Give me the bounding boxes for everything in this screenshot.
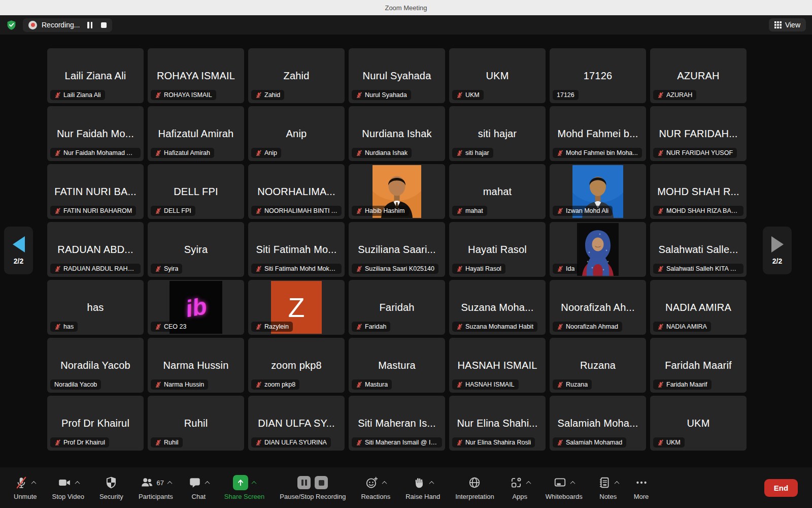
toolbar-pause-stop-recording[interactable]: Pause/Stop Recording	[274, 467, 351, 508]
participant-label-chip: zoom pkp8	[251, 379, 299, 390]
chevron-up-icon[interactable]	[526, 481, 531, 486]
participant-tile[interactable]: Habib Hashim	[349, 164, 445, 219]
participant-tile[interactable]: Noorafizah Ah... Noorafizah Ahmad	[550, 280, 646, 335]
participant-tile[interactable]: NUR FARIDAH... NUR FARIDAH YUSOF	[650, 106, 747, 161]
mic-muted-icon	[255, 323, 262, 330]
participant-tile[interactable]: Ruhil Ruhil	[148, 396, 244, 451]
participant-tile[interactable]: Hayati Rasol Hayati Rasol	[449, 222, 546, 277]
participant-name: Nur Faidah Mo...	[57, 128, 134, 140]
toolbar-whiteboards[interactable]: Whiteboards	[540, 467, 588, 508]
participant-tile[interactable]: Mastura Mastura	[349, 338, 445, 393]
chevron-up-icon[interactable]	[614, 481, 619, 486]
next-page-button[interactable]: 2/2	[763, 227, 792, 274]
participant-label-chip: CEO 23	[151, 322, 190, 332]
toolbar-more[interactable]: More	[628, 467, 655, 508]
participant-tile[interactable]: siti hajar siti hajar	[449, 106, 546, 161]
participant-tile[interactable]: ib CEO 23	[148, 280, 244, 335]
participant-tile[interactable]: Salahwati Salle... Salahwati Salleh KITA…	[650, 222, 747, 277]
participant-label-chip: Narma Hussin	[151, 379, 208, 390]
stop-recording-button[interactable]	[101, 22, 107, 28]
pause-recording-button[interactable]	[87, 22, 92, 28]
view-button-label: View	[785, 21, 800, 29]
participant-tile[interactable]: zoom pkp8 zoom pkp8	[248, 338, 345, 393]
chevron-up-icon[interactable]	[382, 481, 387, 486]
participant-tile[interactable]: Nur Faidah Mo... Nur Faidah Mohamad Arif…	[47, 106, 144, 161]
toolbar-chat[interactable]: Chat	[183, 467, 215, 508]
participant-tile[interactable]: Nurdiana Ishak Nurdiana Ishak	[349, 106, 445, 161]
toolbar-stop-video[interactable]: Stop Video	[47, 467, 90, 508]
participant-tile[interactable]: Prof Dr Khairul Prof Dr Khairul	[47, 396, 144, 451]
participant-tile[interactable]: AZURAH AZURAH	[650, 48, 747, 103]
participant-tile[interactable]: ROHAYA ISMAIL ROHAYA ISMAIL	[148, 48, 244, 103]
participant-tile[interactable]: Hafizatul Amirah Hafizatul Amirah	[148, 106, 244, 161]
participant-tile[interactable]: Narma Hussin Narma Hussin	[148, 338, 244, 393]
pause-recording-icon[interactable]	[297, 476, 311, 489]
participant-name: has	[87, 302, 104, 313]
participant-tile[interactable]: Z Razylein	[248, 280, 345, 335]
participant-tile[interactable]: Suziliana Saari... Suziliana Saari K0251…	[349, 222, 445, 277]
chevron-up-icon[interactable]	[429, 481, 434, 486]
participant-tile[interactable]: NADIA AMIRA NADIA AMIRA	[650, 280, 747, 335]
toolbar-security[interactable]: Security	[94, 467, 129, 508]
participant-tile[interactable]: Siti Fatimah Mo... Siti Fatimah Mohd Mok…	[248, 222, 345, 277]
participant-tile[interactable]: Salamiah Moha... Salamiah Mohamad	[550, 396, 646, 451]
toolbar-notes[interactable]: Notes	[592, 467, 624, 508]
participant-tile[interactable]: Faridah Maarif Faridah Maarif	[650, 338, 747, 393]
participant-tile[interactable]: Zahid Zahid	[248, 48, 345, 103]
participant-tile[interactable]: DELL FPI DELL FPI	[148, 164, 244, 219]
stop-recording-icon[interactable]	[315, 476, 328, 489]
chevron-up-icon[interactable]	[75, 481, 80, 486]
participant-tile[interactable]: Izwan Mohd Ali	[550, 164, 646, 219]
chevron-up-icon[interactable]	[167, 481, 173, 486]
participant-label-chip: UKM	[653, 437, 685, 448]
participants-count-badge: 67	[157, 479, 164, 487]
participant-tile[interactable]: UKM UKM	[650, 396, 747, 451]
participant-tile[interactable]: DIAN ULFA SY... DIAN ULFA SYURINA	[248, 396, 345, 451]
toolbar-unmute[interactable]: Unmute	[8, 467, 43, 508]
participant-label: mahat	[465, 207, 483, 214]
participant-tile[interactable]: Ida	[550, 222, 646, 277]
participant-tile[interactable]: has has	[47, 280, 144, 335]
toolbar-share-screen[interactable]: Share Screen	[219, 467, 270, 508]
participant-tile[interactable]: UKM UKM	[449, 48, 546, 103]
participant-tile[interactable]: Suzana Moha... Suzana Mohamad Habit	[449, 280, 546, 335]
toolbar-participants[interactable]: 67 Participants	[133, 467, 179, 508]
participant-tile[interactable]: 17126 17126	[550, 48, 646, 103]
toolbar-reactions[interactable]: Reactions	[355, 467, 396, 508]
chevron-up-icon[interactable]	[31, 481, 37, 486]
participant-name: Narma Hussin	[163, 360, 228, 371]
participant-tile[interactable]: Ruzana Ruzana	[550, 338, 646, 393]
prev-page-button[interactable]: 2/2	[4, 227, 33, 274]
participant-tile[interactable]: MOHD SHAH R... MOHD SHAH RIZA BAS...	[650, 164, 747, 219]
participant-tile[interactable]: NOORHALIMA... NOORHALIMAH BINTI A...	[248, 164, 345, 219]
participant-label: Hafizatul Amirah	[164, 149, 210, 156]
participant-tile[interactable]: Nurul Syahada Nurul Syahada	[349, 48, 445, 103]
participant-name: mahat	[483, 186, 512, 198]
participant-label: Izwan Mohd Ali	[566, 207, 608, 214]
toolbar-raise-hand[interactable]: Raise Hand	[400, 467, 446, 508]
toolbar-interpretation[interactable]: Interpretation	[450, 467, 500, 508]
participant-tile[interactable]: Mohd Fahmei b... Mohd Fahmei bin Moha...	[550, 106, 646, 161]
participant-tile[interactable]: Faridah Faridah	[349, 280, 445, 335]
mic-muted-icon	[557, 265, 563, 272]
participant-tile[interactable]: Syira Syira	[148, 222, 244, 277]
mic-muted-icon	[155, 439, 161, 446]
participant-tile[interactable]: FATIN NURI BA... FATIN NURI BAHAROM	[47, 164, 144, 219]
mic-muted-icon	[456, 381, 463, 388]
participant-tile[interactable]: Noradila Yacob Noradila Yacob	[47, 338, 144, 393]
chevron-up-icon[interactable]	[205, 481, 210, 486]
view-button[interactable]: View	[769, 18, 806, 31]
participant-tile[interactable]: Nur Elina Shahi... Nur Elina Shahira Ros…	[449, 396, 546, 451]
participant-tile[interactable]: mahat mahat	[449, 164, 546, 219]
participant-label-chip: Hayati Rasol	[452, 264, 505, 274]
participant-tile[interactable]: HASNAH ISMAIL HASNAH ISMAIL	[449, 338, 546, 393]
participant-tile[interactable]: Laili Ziana Ali Laili Ziana Ali	[47, 48, 144, 103]
participant-tile[interactable]: RADUAN ABD... RADUAN ABDUL RAHM...	[47, 222, 144, 277]
chevron-up-icon[interactable]	[570, 481, 576, 486]
participant-tile[interactable]: Anip Anip	[248, 106, 345, 161]
mic-muted-icon	[54, 265, 61, 272]
participant-tile[interactable]: Siti Maheran Is... Siti Maheran Ismail @…	[349, 396, 445, 451]
end-meeting-button[interactable]: End	[764, 479, 798, 497]
chevron-up-icon[interactable]	[252, 481, 257, 486]
toolbar-apps[interactable]: Apps	[504, 467, 536, 508]
